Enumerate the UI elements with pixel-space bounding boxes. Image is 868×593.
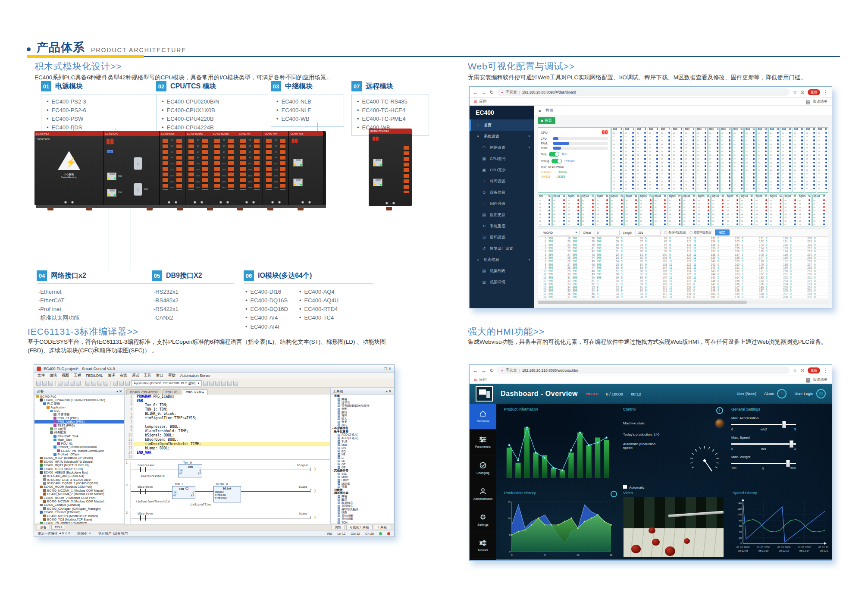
ide-editor-tab[interactable]: POU_01 xyxy=(162,389,182,395)
ide-toolbar-icon[interactable] xyxy=(113,381,118,386)
ide-toolbar-icon[interactable] xyxy=(233,381,238,386)
ide-editor-tab[interactable]: PRG_IceBox xyxy=(182,389,207,395)
ide-tree-item[interactable]: Profinet_IOTask xyxy=(34,452,124,456)
ide-toolbar-icon[interactable] xyxy=(48,381,53,386)
sidebar-item-恢复出厂设置[interactable]: ↺恢复出厂设置 xyxy=(470,243,534,254)
word-select[interactable]: WORD▾ xyxy=(541,230,580,235)
ide-device-tree[interactable]: 设备▾ ✕ EC400-PLCEC400_CPU4220B (EC400-CPU… xyxy=(34,388,125,524)
ide-editor-tab[interactable]: EC400_CPU4220B xyxy=(126,389,161,395)
automatic-checkbox[interactable] xyxy=(623,485,627,489)
code-line[interactable]: 12 timDoorOpenThreshold: TIME; xyxy=(125,442,330,446)
browser-chrome[interactable]: ← → ↻ ▲ 不安全 | 192.168.20.210:8080/webvis… xyxy=(470,365,832,376)
sidebar-item-网络设置[interactable]: ◠网络设置▾ xyxy=(470,142,534,153)
toolbox-item[interactable]: MUX xyxy=(331,476,394,479)
ide-toolbar-icon[interactable] xyxy=(125,381,130,386)
ladder-coil1[interactable]: ( ) xyxy=(309,467,316,471)
sidebar-item-系统设置[interactable]: ✦系统设置▾ xyxy=(470,131,534,142)
toolbox-item[interactable]: EQ xyxy=(331,450,394,453)
ide-tree-item[interactable]: EC400_CPU4220B (EC400-CPU0XXX3-PA2) xyxy=(34,398,124,402)
bookmarks-bar[interactable]: ⊞应用 ▤阅读清单 xyxy=(470,98,832,106)
ide-panel-tab[interactable]: 可视化工具箱 xyxy=(346,525,373,530)
hmi-nav-changing[interactable]: Changing xyxy=(470,455,496,481)
ide-tree-item[interactable]: EC400_Ethernet (Ethernet) xyxy=(34,511,124,514)
horizontal-scrollbar[interactable] xyxy=(538,301,828,304)
ide-tree-item[interactable]: TEST (PRG) xyxy=(34,424,124,427)
toolbox-item[interactable]: 线圈 xyxy=(331,511,394,515)
reading-list-icon[interactable]: ▤ xyxy=(806,377,811,383)
web-topbar[interactable]: ≡ 首页 xyxy=(534,106,832,116)
ide-menu-item[interactable]: 文件 xyxy=(38,373,45,378)
toolbox-item[interactable]: 并联触点 xyxy=(331,505,394,508)
ide-right-panel-tabs[interactable]: 属性可视化工具箱工具箱 xyxy=(332,525,392,530)
ide-titlebar[interactable]: EC400-PLC.project* - Smart Control V4.0 … xyxy=(34,365,394,373)
ide-menu-item[interactable]: 工程 xyxy=(74,373,81,378)
back-icon[interactable]: ← xyxy=(473,368,478,373)
toolbox-section[interactable]: - 数学运算符 xyxy=(331,430,394,434)
ide-toolbar-icon[interactable] xyxy=(70,381,75,386)
toolbox-item[interactable]: 触点 xyxy=(331,498,394,502)
slider-handle[interactable] xyxy=(786,460,790,467)
slider-handle[interactable] xyxy=(790,440,793,448)
ide-tree-item[interactable]: EC400_MCOM (Modbus COM Port) xyxy=(34,485,124,489)
ide-tree-item[interactable]: EtherCAT_Task xyxy=(34,434,124,438)
ide-tree-item[interactable]: Main_Task xyxy=(34,438,124,442)
ide-menu-item[interactable]: 工具 xyxy=(144,373,151,378)
toolbox-item[interactable]: 跳转 xyxy=(331,411,394,414)
update-button[interactable]: 更新 xyxy=(808,367,820,373)
bookmarks-bar[interactable]: ⊞应用 ▤阅读清单 xyxy=(470,376,832,384)
sidebar-item-组态信息[interactable]: ≡组态信息▾ xyxy=(470,254,534,265)
ide-toolbar-icon[interactable] xyxy=(103,381,108,386)
ide-toolbox-panel[interactable]: 工具箱▾ ✕ - 常规网络运算块带有EN/ENO的功能块分配跳转返回输入分支执行… xyxy=(330,388,394,524)
ide-code-editor[interactable]: 1PROGRAM PRG_IceBox2VAR3 Ton_0: TON;4 TO… xyxy=(125,395,330,460)
code-line[interactable]: 14END_VAR xyxy=(125,451,330,455)
reading-list-icon[interactable]: ▤ xyxy=(806,99,811,104)
confirm-button[interactable]: 确定 xyxy=(715,229,730,235)
slider-track[interactable] xyxy=(731,443,796,445)
ide-tree-item[interactable]: Application xyxy=(34,405,124,409)
toolbox-item[interactable]: 分配 xyxy=(331,408,394,411)
toolbox-item[interactable]: ADD (3 输入) xyxy=(331,437,394,440)
ide-tree-item[interactable]: EC400_MCOM4_2 (Modbus COM Master) xyxy=(34,493,124,496)
ladder-ton-block1[interactable]: TON INQ PTET xyxy=(178,464,202,477)
ide-left-panel-tabs[interactable]: 设备POU xyxy=(37,525,66,530)
ide-toolbar-icon[interactable] xyxy=(36,381,41,386)
ide-toolbar-icon[interactable] xyxy=(91,381,96,386)
ide-toolbar[interactable]: Application [EC400_CPU4220B: PLC 逻辑]▾ xyxy=(34,379,394,388)
kebab-menu-icon[interactable]: ⋮ xyxy=(823,90,828,95)
ladder-ton-block2[interactable]: TON INQ PTET xyxy=(172,486,195,499)
ide-tree-item[interactable]: IO EC400_AI4 (EC400.AI4) xyxy=(34,474,124,478)
ide-tree-item[interactable]: EC400_PN_Master (PN-Master) xyxy=(34,521,124,524)
ide-toolbar-icon[interactable] xyxy=(209,381,214,386)
address-bar[interactable]: ▲ 不安全 | 192.168.20.80:8090/#/dashboard xyxy=(497,88,790,96)
ide-tree-item[interactable]: EC400_MCOM4_1 (Modbus COM Master) xyxy=(34,489,124,492)
apps-label[interactable]: 应用 xyxy=(479,99,487,104)
ide-tree-item[interactable]: EC400_HSBUS (Backplane Bus) xyxy=(34,471,124,474)
user-login-button[interactable]: User Login⚿ xyxy=(794,389,826,398)
browser-chrome[interactable]: ← → ↻ ▲ 不安全 | 192.168.20.80:8090/#/dashb… xyxy=(470,87,832,98)
m-area-table-toolbar[interactable]: WORD▾ Offset 0 Length 256 备份M区数据 还原M区数据 … xyxy=(538,228,828,237)
star-icon[interactable]: ☆ xyxy=(793,368,797,373)
toolbox-item[interactable]: 复位线圈 xyxy=(331,518,394,521)
toolbox-section[interactable]: - 其他操作符 xyxy=(331,469,394,473)
ide-app-combo[interactable]: Application [EC400_CPU4220B: PLC 逻辑]▾ xyxy=(131,380,202,386)
length-input[interactable]: 256 xyxy=(636,230,661,235)
sidebar-item-系统重启[interactable]: ↻系统重启 xyxy=(470,220,534,232)
ide-toolbox-close-icon[interactable]: ▾ ✕ xyxy=(386,389,392,393)
toolbox-item[interactable]: 带有EN/ENO的功能块 xyxy=(331,405,394,408)
ide-tree-item[interactable]: IO EC400_DI16_3 (EC400 DI16) xyxy=(34,478,124,481)
ide-toolbar-icon[interactable] xyxy=(85,381,90,386)
sidebar-item-设备信息[interactable]: ⊙设备信息 xyxy=(470,187,534,198)
hmi-nav-settings[interactable]: Settings xyxy=(470,507,496,533)
apps-grid-icon[interactable]: ⊞ xyxy=(474,100,477,104)
code-line[interactable]: 5 BLINK_0: blink; xyxy=(125,412,330,416)
ide-toolbar-icon[interactable] xyxy=(221,381,226,386)
ide-tree-item[interactable]: GVL xyxy=(34,409,124,413)
hmi-nav-parameters[interactable]: Parameters xyxy=(470,430,496,455)
sidebar-item-时间设置[interactable]: ◔时间设置 xyxy=(470,176,534,187)
toolbox-item[interactable]: 并联取反触点 xyxy=(331,508,394,511)
apps-label[interactable]: 应用 xyxy=(479,377,487,383)
toolbox-item[interactable]: SEL xyxy=(331,472,394,476)
toolbox-item[interactable]: 网络 xyxy=(331,398,394,402)
ide-panel-tab[interactable]: 设备 xyxy=(37,525,50,530)
ide-toolbar-icon[interactable] xyxy=(76,381,81,386)
